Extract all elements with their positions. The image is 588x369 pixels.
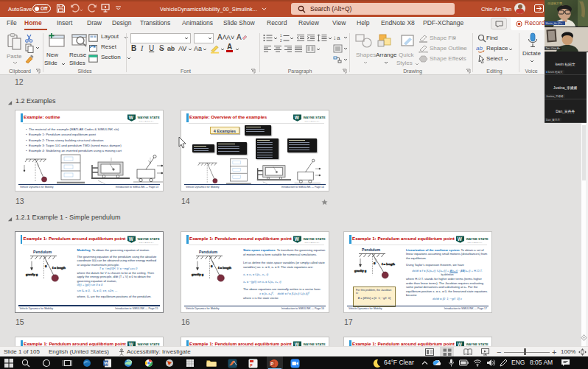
svg-text:WAYNE STATE: WAYNE STATE (466, 342, 489, 346)
svg-text:W: W (458, 236, 463, 242)
svg-text:θ: θ (374, 261, 376, 265)
svg-text:gravity g: gravity g (192, 273, 204, 276)
svg-text:2: 2 (280, 39, 282, 43)
svg-text:UNIVERSITY: UNIVERSITY (305, 120, 321, 122)
svg-text:WAYNE STATE: WAYNE STATE (304, 116, 326, 119)
svg-text:ab: ab (476, 45, 483, 52)
svg-text:θ: θ (211, 264, 213, 268)
svg-text:Pendulum: Pendulum (33, 250, 52, 254)
svg-text:WAYNE STATE: WAYNE STATE (304, 237, 326, 241)
svg-text:W: W (295, 115, 300, 120)
svg-text:Pendulum: Pendulum (362, 247, 380, 252)
svg-text:↓: ↓ (333, 34, 337, 41)
svg-text:1: 1 (280, 34, 282, 38)
svg-text:W: W (104, 361, 108, 365)
svg-text:ℓ = length: ℓ = length (218, 266, 232, 270)
svg-text:gravity g: gravity g (26, 272, 38, 275)
svg-text:W: W (129, 115, 134, 120)
svg-text:W: W (128, 236, 133, 242)
svg-text:a: a (337, 35, 340, 41)
svg-text:UNIVERSITY: UNIVERSITY (468, 242, 483, 244)
svg-text:ℓ = length: ℓ = length (382, 262, 396, 266)
svg-text:θ: θ (45, 264, 47, 268)
svg-text:WAYNE STATE: WAYNE STATE (138, 116, 160, 119)
svg-text:W: W (295, 236, 300, 242)
svg-text:WAYNE STATE: WAYNE STATE (138, 342, 160, 346)
svg-text:UNIVERSITY: UNIVERSITY (139, 120, 155, 122)
svg-text:ℓ = length: ℓ = length (52, 265, 66, 269)
svg-text:WAYNE STATE: WAYNE STATE (137, 236, 159, 240)
svg-text:WAYNE STATE: WAYNE STATE (466, 237, 489, 241)
svg-text:P: P (270, 362, 273, 366)
svg-text:UNIVERSITY: UNIVERSITY (305, 242, 321, 244)
svg-text:@清華大學: @清華大學 (547, 1, 562, 5)
svg-text:gravity g: gravity g (354, 269, 367, 273)
svg-text:UNIVERSITY: UNIVERSITY (139, 241, 154, 243)
svg-text:WAYNE STATE: WAYNE STATE (304, 342, 326, 346)
svg-text:Pendulum: Pendulum (199, 250, 217, 254)
